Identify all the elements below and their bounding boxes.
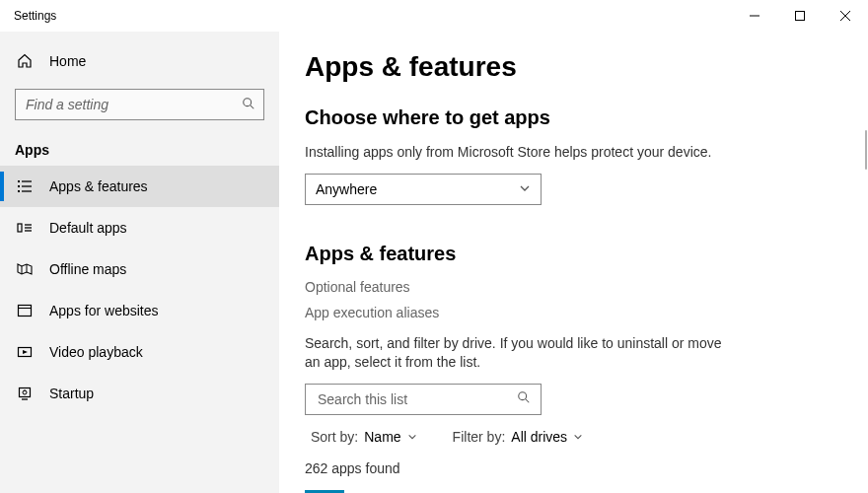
map-icon [16, 261, 34, 277]
sidebar-item-video-playback[interactable]: Video playback [0, 331, 279, 373]
website-icon [16, 303, 34, 318]
svg-point-25 [519, 392, 527, 400]
minimize-button[interactable] [732, 0, 777, 32]
apps-features-subheading: Apps & features [305, 243, 868, 265]
sort-by-control[interactable]: Sort by: Name [311, 429, 417, 445]
sidebar-item-startup[interactable]: Startup [0, 373, 279, 414]
defaults-icon [16, 220, 34, 236]
close-button[interactable] [823, 0, 868, 32]
sidebar-item-offline-maps[interactable]: Offline maps [0, 248, 279, 290]
content-pane: Apps & features Choose where to get apps… [279, 32, 868, 493]
dropdown-value: Anywhere [316, 181, 377, 197]
svg-rect-7 [18, 185, 20, 187]
sort-filter-row: Sort by: Name Filter by: All drives [311, 429, 868, 445]
sidebar-item-label: Offline maps [49, 261, 126, 277]
app-list-search-input[interactable] [316, 390, 517, 408]
home-nav[interactable]: Home [0, 39, 279, 83]
svg-point-4 [244, 98, 252, 106]
svg-line-26 [526, 399, 530, 403]
svg-line-5 [251, 105, 254, 108]
sidebar-item-label: Video playback [49, 344, 143, 360]
startup-icon [16, 386, 34, 401]
sidebar: Home Apps Apps & features Default apps [0, 32, 279, 493]
choose-apps-text: Installing apps only from Microsoft Stor… [305, 143, 739, 162]
app-list-search[interactable] [305, 384, 542, 415]
chevron-down-icon [519, 181, 531, 197]
maximize-icon [795, 11, 805, 21]
sort-label: Sort by: [311, 429, 358, 445]
scrollbar-thumb[interactable] [865, 130, 867, 170]
chevron-down-icon [573, 429, 583, 445]
sidebar-item-apps-websites[interactable]: Apps for websites [0, 290, 279, 331]
svg-rect-1 [796, 12, 805, 21]
search-icon [517, 390, 531, 407]
sidebar-item-default-apps[interactable]: Default apps [0, 207, 279, 248]
close-icon [840, 11, 850, 21]
filter-by-control[interactable]: Filter by: All drives [453, 429, 583, 445]
sidebar-item-label: Default apps [49, 220, 127, 236]
page-title: Apps & features [305, 51, 868, 83]
settings-search[interactable] [15, 89, 264, 120]
window-title: Settings [0, 9, 56, 23]
search-icon [242, 97, 255, 113]
choose-apps-heading: Choose where to get apps [305, 106, 868, 129]
svg-rect-12 [18, 224, 22, 232]
settings-search-input[interactable] [24, 96, 242, 113]
maximize-button[interactable] [777, 0, 823, 32]
svg-rect-6 [18, 180, 20, 182]
sidebar-item-apps-features[interactable]: Apps & features [0, 166, 279, 207]
svg-rect-18 [19, 306, 32, 317]
optional-features-link[interactable]: Optional features [305, 279, 868, 295]
svg-rect-8 [18, 190, 20, 192]
sidebar-item-label: Startup [49, 386, 94, 401]
minimize-icon [750, 11, 760, 21]
sort-value: Name [364, 429, 400, 445]
home-label: Home [49, 53, 86, 69]
list-icon [16, 178, 34, 194]
sidebar-item-label: Apps & features [49, 178, 148, 194]
install-source-dropdown[interactable]: Anywhere [305, 174, 542, 205]
filter-description: Search, sort, and filter by drive. If yo… [305, 334, 739, 372]
video-icon [16, 344, 34, 360]
svg-rect-21 [20, 388, 31, 397]
app-aliases-link[interactable]: App execution aliases [305, 305, 868, 320]
window-controls [732, 0, 868, 32]
sidebar-section-label: Apps [0, 120, 279, 166]
chevron-down-icon [407, 429, 417, 445]
filter-value: All drives [511, 429, 567, 445]
titlebar: Settings [0, 0, 868, 32]
app-count: 262 apps found [305, 460, 868, 476]
sidebar-item-label: Apps for websites [49, 303, 159, 318]
home-icon [16, 53, 34, 69]
filter-label: Filter by: [453, 429, 506, 445]
